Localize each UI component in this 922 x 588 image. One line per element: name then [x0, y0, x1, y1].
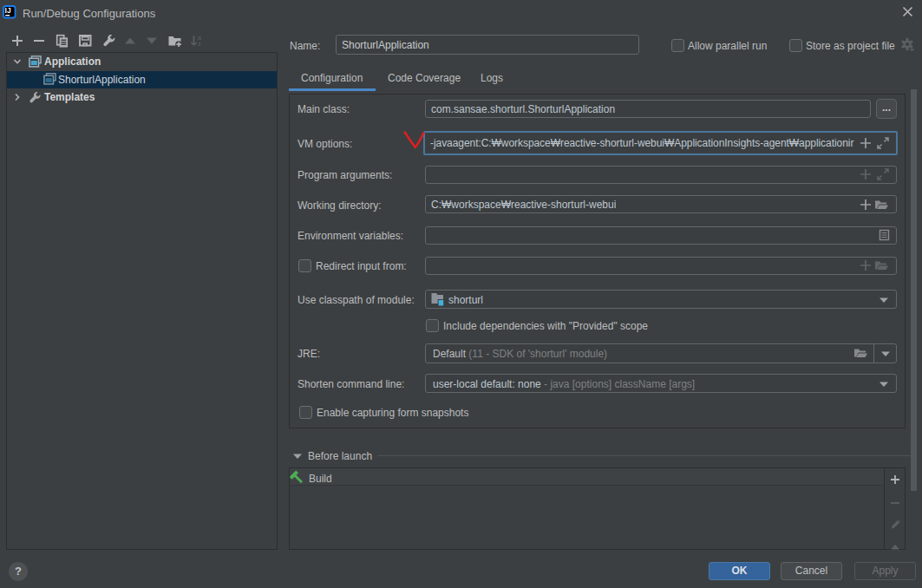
svg-text:a: a — [198, 35, 201, 41]
svg-text:IJ: IJ — [4, 6, 11, 15]
svg-text:z: z — [198, 41, 201, 47]
